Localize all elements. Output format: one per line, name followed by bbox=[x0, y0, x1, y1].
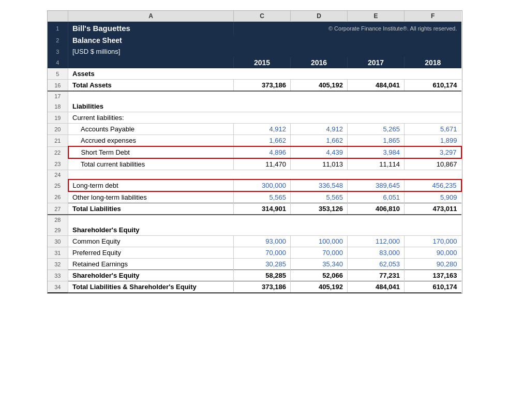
liabilities-label: Liabilities bbox=[68, 101, 461, 112]
current-liabilities-label: Current liabilities: bbox=[68, 112, 461, 124]
pe-2016: 70,000 bbox=[291, 247, 348, 259]
total-assets-2018: 610,174 bbox=[405, 80, 461, 92]
ap-2017: 5,265 bbox=[348, 124, 405, 135]
total-liab-label: Total Liabilities bbox=[68, 203, 234, 215]
company-name: Bill's Baguettes bbox=[68, 22, 234, 35]
row-num-18: 18 bbox=[48, 101, 68, 112]
row-num-25: 25 bbox=[48, 179, 68, 191]
ap-2016: 4,912 bbox=[291, 124, 348, 135]
total-assets-2016: 405,192 bbox=[291, 80, 348, 92]
total-assets-2015: 373,186 bbox=[234, 80, 291, 92]
col-f-header: F bbox=[405, 11, 461, 22]
ae-2016: 1,662 bbox=[291, 135, 348, 147]
ce-2017: 112,000 bbox=[348, 236, 405, 247]
ltd-2015: 300,000 bbox=[234, 179, 291, 191]
row-28: 28 bbox=[48, 215, 461, 224]
tlse-2015: 373,186 bbox=[234, 281, 291, 293]
total-assets-2017: 484,041 bbox=[348, 80, 405, 92]
tcl-2018: 10,867 bbox=[405, 158, 461, 170]
row-num-29: 29 bbox=[48, 224, 68, 236]
ce-2018: 170,000 bbox=[405, 236, 461, 247]
ae-2015: 1,662 bbox=[234, 135, 291, 147]
row-num-22: 22 bbox=[48, 146, 68, 158]
row-num-16: 16 bbox=[48, 80, 68, 92]
tl-2017: 406,810 bbox=[348, 203, 405, 215]
se-2015: 58,285 bbox=[234, 270, 291, 281]
row-num-19: 19 bbox=[48, 112, 68, 124]
common-equity-label: Common Equity bbox=[68, 236, 234, 247]
tcl-2017: 11,114 bbox=[348, 158, 405, 170]
oll-2017: 6,051 bbox=[348, 191, 405, 203]
row-num-34: 34 bbox=[48, 281, 68, 293]
currency-label: [USD $ millions] bbox=[68, 46, 461, 57]
std-2017: 3,984 bbox=[348, 146, 405, 158]
row-27: 27 Total Liabilities 314,901 353,126 406… bbox=[48, 203, 461, 215]
oll-2015: 5,565 bbox=[234, 191, 291, 203]
row-num-23: 23 bbox=[48, 158, 68, 170]
se-2017: 77,231 bbox=[348, 270, 405, 281]
row-num-31: 31 bbox=[48, 247, 68, 259]
se-2016: 52,066 bbox=[291, 270, 348, 281]
pe-2017: 83,000 bbox=[348, 247, 405, 259]
tl-2018: 473,011 bbox=[405, 203, 461, 215]
row-29: 29 Shareholder's Equity bbox=[48, 224, 461, 236]
row-num-30: 30 bbox=[48, 236, 68, 247]
pe-2015: 70,000 bbox=[234, 247, 291, 259]
ae-2017: 1,865 bbox=[348, 135, 405, 147]
short-term-debt-label: Short Term Debt bbox=[68, 146, 234, 158]
accounts-payable-label: Accounts Payable bbox=[68, 124, 234, 135]
std-2016: 4,439 bbox=[291, 146, 348, 158]
row-num-26: 26 bbox=[48, 191, 68, 203]
row-num-5: 5 bbox=[48, 68, 68, 80]
row-num-24: 24 bbox=[48, 170, 68, 180]
year-2016: 2016 bbox=[291, 57, 348, 68]
row-num-4: 4 bbox=[48, 57, 68, 68]
row-23: 23 Total current liabilities 11,470 11,0… bbox=[48, 158, 461, 170]
col-e-header: E bbox=[348, 11, 405, 22]
row-32: 32 Retained Earnings 30,285 35,340 62,05… bbox=[48, 259, 461, 270]
copyright: © Corporate Finance Institute®. All righ… bbox=[234, 22, 461, 35]
preferred-equity-label: Preferred Equity bbox=[68, 247, 234, 259]
ltd-2017: 389,645 bbox=[348, 179, 405, 191]
row-2: 2 Balance Sheet bbox=[48, 35, 461, 46]
row-19: 19 Current liabilities: bbox=[48, 112, 461, 124]
row-num-32: 32 bbox=[48, 259, 68, 270]
row-25-highlighted: 25 Long-term debt 300,000 336,548 389,64… bbox=[48, 179, 461, 191]
total-liab-se-label: Total Liabilities & Shareholder's Equity bbox=[68, 281, 234, 293]
row-num-27: 27 bbox=[48, 203, 68, 215]
pe-2018: 90,000 bbox=[405, 247, 461, 259]
re-2016: 35,340 bbox=[291, 259, 348, 270]
col-d-header: D bbox=[291, 11, 348, 22]
se-total-label: Shareholder's Equity bbox=[68, 270, 234, 281]
std-2015: 4,896 bbox=[234, 146, 291, 158]
year-2015: 2015 bbox=[234, 57, 291, 68]
row-20: 20 Accounts Payable 4,912 4,912 5,265 5,… bbox=[48, 124, 461, 135]
ltd-2018: 456,235 bbox=[405, 179, 461, 191]
corner-cell bbox=[48, 11, 68, 22]
col-c-header: C bbox=[234, 11, 291, 22]
row-5: 5 Assets bbox=[48, 68, 461, 80]
retained-earnings-label: Retained Earnings bbox=[68, 259, 234, 270]
long-term-debt-label: Long-term debt bbox=[68, 179, 234, 191]
row-3: 3 [USD $ millions] bbox=[48, 46, 461, 57]
row-num-1: 1 bbox=[48, 22, 68, 35]
re-2018: 90,280 bbox=[405, 259, 461, 270]
row-18: 18 Liabilities bbox=[48, 101, 461, 112]
assets-label: Assets bbox=[68, 68, 461, 80]
row-1: 1 Bill's Baguettes © Corporate Finance I… bbox=[48, 22, 461, 35]
year-2017: 2017 bbox=[348, 57, 405, 68]
row-num-21: 21 bbox=[48, 135, 68, 147]
row-33: 33 Shareholder's Equity 58,285 52,066 77… bbox=[48, 270, 461, 281]
spreadsheet: A C D E F 1 Bill's Baguettes © Corporate… bbox=[47, 10, 462, 294]
row-30: 30 Common Equity 93,000 100,000 112,000 … bbox=[48, 236, 461, 247]
row-16: 16 Total Assets 373,186 405,192 484,041 … bbox=[48, 80, 461, 92]
row-num-33: 33 bbox=[48, 270, 68, 281]
row-num-28: 28 bbox=[48, 215, 68, 224]
se-2018: 137,163 bbox=[405, 270, 461, 281]
std-2018: 3,297 bbox=[405, 146, 461, 158]
year-label-blank bbox=[68, 57, 234, 68]
oll-2018: 5,909 bbox=[405, 191, 461, 203]
tcl-2016: 11,013 bbox=[291, 158, 348, 170]
tl-2016: 353,126 bbox=[291, 203, 348, 215]
tlse-2016: 405,192 bbox=[291, 281, 348, 293]
